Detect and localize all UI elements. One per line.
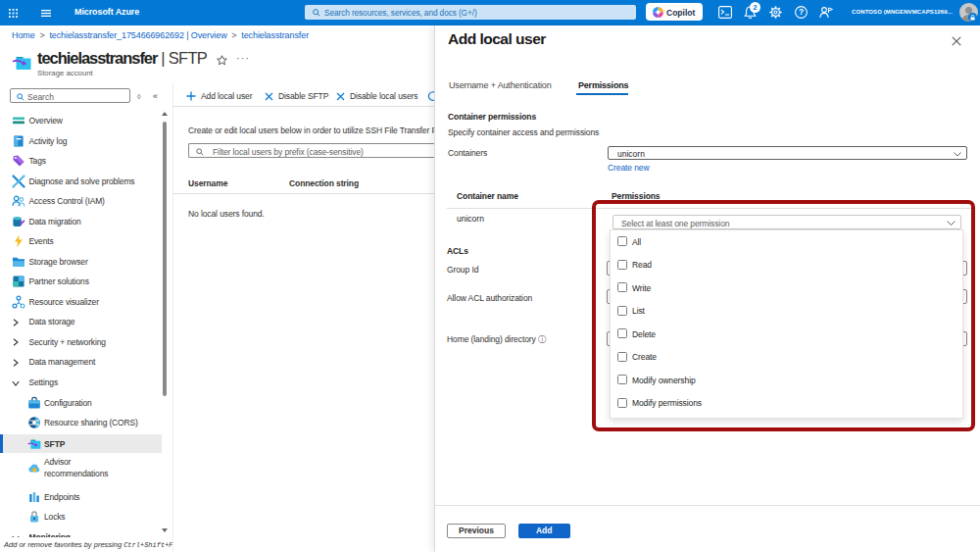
svg-text:?: ?	[799, 7, 804, 17]
